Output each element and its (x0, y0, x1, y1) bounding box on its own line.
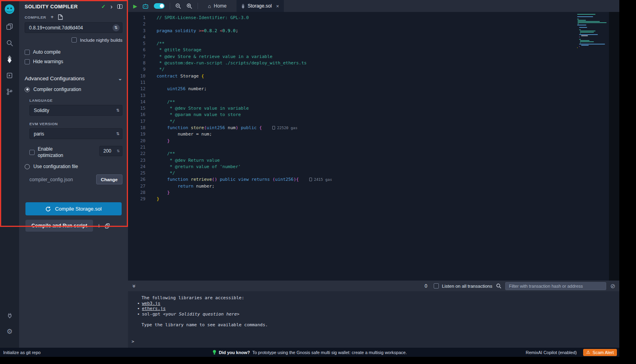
terminal-lib-link[interactable]: web3.js (142, 301, 160, 306)
checkbox-box (25, 50, 30, 55)
scam-alert-badge[interactable]: ⚠ Scam Alert (583, 349, 617, 356)
terminal-lib-line: •web3.js (128, 301, 619, 306)
copilot-status[interactable]: RemixAI Copilot (enabled) (526, 350, 577, 355)
compiler-version-select[interactable]: 0.8.19+commit.7dd6d404 ⇅ (25, 22, 122, 33)
toggle-knob (160, 4, 164, 8)
gas-icon (272, 126, 275, 130)
pending-transactions-icon[interactable]: ⊘ (610, 283, 615, 290)
terminal-header: » 0 Listen on all transactions ⊘ (128, 281, 619, 291)
open-compiler-file-icon[interactable] (58, 14, 63, 20)
radio-button (25, 164, 30, 169)
divider (198, 3, 198, 9)
terminal-libs: •web3.js•ethers.js (128, 301, 619, 312)
code-editor[interactable]: 1234567891011121314151617181920212223242… (128, 12, 619, 281)
select-arrows-icon: ⇅ (116, 132, 120, 136)
terminal-lib-link[interactable]: ethers.js (142, 306, 166, 312)
bullet-icon: • (137, 312, 142, 317)
radio-button (25, 87, 30, 92)
git-icon[interactable] (4, 86, 15, 97)
remix-ide-window: ⚙ SOLIDITY COMPILER ✓ › COMPILER + 0.8.1… (0, 0, 619, 357)
solidity-compiler-panel: SOLIDITY COMPILER ✓ › COMPILER + 0.8.19+… (19, 0, 128, 348)
hide-warnings-checkbox[interactable]: Hide warnings (25, 59, 122, 64)
auto-compile-checkbox[interactable]: Auto compile (25, 49, 122, 55)
tab-home[interactable]: ⌂ Home (203, 0, 231, 12)
pin-panel-icon[interactable] (117, 4, 122, 9)
chevron-down-icon: ⌄ (118, 75, 122, 81)
did-you-know-tip: Did you know? To prototype using the Gno… (212, 350, 407, 355)
select-arrows-icon: ⇅ (112, 24, 120, 31)
checkbox-box (434, 283, 439, 288)
compile-success-icon: ✓ (101, 4, 106, 10)
warning-icon: ⚠ (586, 350, 590, 355)
panel-header: SOLIDITY COMPILER ✓ › (19, 0, 128, 10)
close-tab-icon[interactable]: × (276, 3, 279, 9)
editor-scrollbar[interactable] (609, 12, 619, 281)
run-script-icon[interactable]: ▶ (133, 3, 137, 9)
terminal[interactable]: The following libraries are accessible: … (128, 291, 619, 348)
minimap[interactable] (576, 14, 609, 48)
select-arrows-icon: ⇅ (116, 108, 120, 112)
transaction-count: 0 (425, 283, 427, 289)
info-icon[interactable]: i (98, 223, 99, 229)
terminal-help-line: Type the library name to see available c… (128, 322, 619, 328)
solidity-compiler-icon[interactable] (4, 54, 15, 65)
checkbox-box (29, 150, 35, 155)
zoom-out-icon[interactable] (175, 3, 181, 9)
git-init-status[interactable]: Initialize as git repo (0, 350, 41, 355)
terminal-intro-line: The following libraries are accessible: (128, 295, 619, 301)
terminal-lib-line: •ethers.js (128, 306, 619, 312)
search-icon[interactable] (4, 37, 15, 48)
remix-logo-icon[interactable] (4, 3, 16, 15)
settings-icon[interactable]: ⚙ (4, 326, 15, 337)
include-nightly-checkbox[interactable]: Include nightly builds (25, 37, 122, 43)
use-configuration-file-radio[interactable]: Use configuration file (25, 164, 122, 169)
compile-button[interactable]: Compile Storage.sol (25, 202, 122, 215)
refresh-icon (45, 206, 51, 212)
change-config-button[interactable]: Change (96, 174, 122, 184)
search-icon[interactable] (496, 283, 501, 288)
file-explorer-icon[interactable] (4, 21, 15, 32)
advanced-configurations-toggle[interactable]: Advanced Configurations ⌄ (25, 75, 122, 81)
spinner-arrows-icon: ⇅ (116, 149, 120, 153)
plugin-manager-icon[interactable] (4, 310, 15, 321)
icon-sidebar: ⚙ (0, 0, 19, 348)
tip-lightbulb-icon (212, 350, 216, 355)
optimization-runs-input[interactable]: 200 ⇅ (99, 146, 122, 156)
deploy-run-icon[interactable] (4, 70, 15, 81)
transaction-filter-input[interactable] (505, 282, 606, 290)
status-bar: Initialize as git repo Did you know? To … (0, 348, 619, 357)
checkbox-box (72, 37, 77, 43)
gutter: 1234567891011121314151617181920212223242… (128, 12, 149, 281)
tab-storage-sol[interactable]: Storage.sol × (237, 0, 284, 12)
compile-run-button[interactable]: Compile and Run script (25, 220, 93, 232)
copilot-toggle[interactable] (154, 3, 165, 9)
copy-icon[interactable] (105, 223, 110, 228)
language-label: LANGUAGE (29, 98, 122, 103)
enable-optimization-checkbox[interactable]: Enable optimization (29, 146, 70, 159)
code-lines: // SPDX-License-Identifier: GPL-3.0pragm… (149, 12, 332, 281)
terminal-solgpt-line: •sol-gpt<your Solidity question here> (128, 312, 619, 317)
add-custom-compiler-icon[interactable]: + (50, 15, 54, 19)
scroll-to-bottom-icon[interactable]: » (131, 285, 138, 288)
chevron-right-icon[interactable]: › (111, 5, 112, 9)
evm-version-select[interactable]: paris ⇅ (29, 128, 122, 139)
panel-title: SOLIDITY COMPILER (25, 4, 101, 10)
remix-ai-icon[interactable] (142, 3, 149, 9)
main-area: ▶ ⌂ Home Storage.sol × (128, 0, 619, 348)
gas-icon (309, 178, 312, 181)
divider (170, 3, 170, 9)
solidity-file-icon (241, 4, 245, 9)
editor-toolbar: ▶ ⌂ Home Storage.sol × (128, 0, 619, 12)
language-select[interactable]: Solidity ⇅ (29, 105, 122, 116)
terminal-prompt[interactable]: > (128, 339, 619, 345)
home-icon: ⌂ (208, 3, 211, 9)
evm-version-label: EVM VERSION (29, 122, 122, 126)
compiler-section-label: COMPILER (25, 15, 46, 19)
config-file-name[interactable]: compiler_config.json (29, 177, 73, 182)
checkbox-box (25, 59, 30, 64)
zoom-in-icon[interactable] (186, 3, 192, 9)
listen-transactions-checkbox[interactable]: Listen on all transactions (434, 283, 493, 288)
compiler-configuration-radio[interactable]: Compiler configuration (25, 87, 122, 92)
